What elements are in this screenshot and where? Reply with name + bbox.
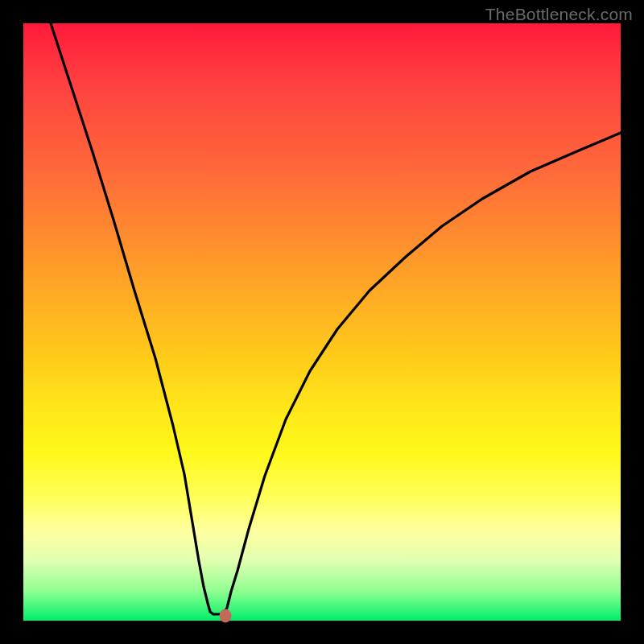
watermark-text: TheBottleneck.com (485, 5, 633, 24)
bottleneck-curve (23, 23, 621, 621)
plot-area (23, 23, 621, 621)
optimal-point-marker (220, 609, 232, 623)
chart-frame: TheBottleneck.com (0, 0, 644, 644)
curve-path (51, 23, 621, 614)
